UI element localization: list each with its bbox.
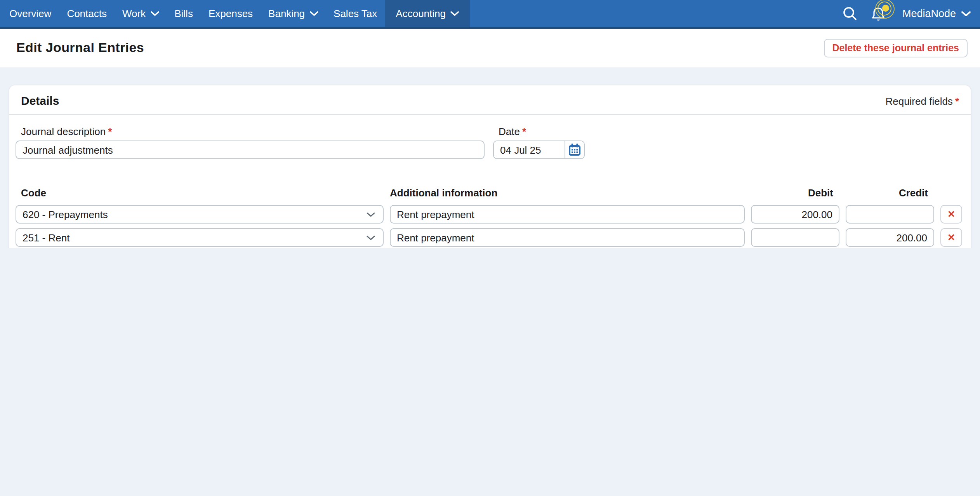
nav-label: Sales Tax (334, 8, 377, 19)
calendar-icon (568, 144, 581, 156)
nav-item-expenses[interactable]: Expenses (201, 0, 261, 27)
code-select[interactable]: 251 - Rent (16, 228, 384, 247)
required-asterisk: * (522, 126, 526, 137)
code-select-value: 251 - Rent (23, 232, 70, 243)
account-name: MediaNode (902, 8, 956, 19)
chevron-down-icon (150, 11, 159, 16)
column-header-code: Code (16, 187, 384, 199)
required-asterisk: * (108, 126, 112, 137)
additional-info-input[interactable] (390, 228, 745, 247)
column-header-credit: Credit (846, 187, 934, 199)
app-viewport: Overview Contacts Work Bills Expenses Ba… (0, 0, 980, 248)
journal-entries-table: Code Additional information Debit Credit… (16, 187, 964, 248)
required-fields-text: Required fields (885, 95, 952, 107)
nav-right: MediaNode (843, 0, 980, 27)
journal-description-field: Journal description* (16, 126, 485, 159)
journal-entry-row: 251 - Rent ✕ (16, 228, 964, 247)
nav-item-accounting[interactable]: Accounting (385, 0, 470, 27)
chevron-down-icon (367, 212, 375, 217)
date-field: Date* (493, 126, 585, 159)
code-select[interactable]: 620 - Prepayments (16, 205, 384, 224)
details-card-header: Details Required fields* (9, 85, 971, 115)
nav-label: Accounting (396, 8, 446, 19)
credit-input[interactable] (846, 228, 934, 247)
nav-label: Bills (174, 8, 193, 19)
date-picker-button[interactable] (565, 141, 584, 158)
chevron-down-icon (450, 11, 459, 16)
label-text: Journal description (21, 126, 106, 137)
journal-entry-row: 620 - Prepayments ✕ (16, 205, 964, 224)
code-select-value: 620 - Prepayments (23, 208, 108, 220)
nav-item-overview[interactable]: Overview (2, 0, 59, 27)
nav-item-bills[interactable]: Bills (167, 0, 201, 27)
nav-item-work[interactable]: Work (115, 0, 167, 27)
additional-info-input[interactable] (390, 205, 745, 224)
column-header-debit: Debit (751, 187, 839, 199)
description-date-row: Journal description* Date* (16, 115, 964, 159)
nav-label: Contacts (67, 8, 107, 19)
nav-label: Overview (9, 8, 51, 19)
date-label: Date* (499, 126, 585, 137)
nav-item-banking[interactable]: Banking (261, 0, 326, 27)
chevron-down-icon (309, 11, 318, 16)
debit-input[interactable] (751, 228, 839, 247)
details-heading: Details (21, 94, 59, 107)
label-text: Date (499, 126, 520, 137)
nav-item-contacts[interactable]: Contacts (59, 0, 115, 27)
account-menu[interactable]: MediaNode (902, 8, 971, 19)
notification-bell-icon[interactable] (871, 5, 888, 22)
page-title: Edit Journal Entries (16, 40, 144, 56)
remove-row-button[interactable]: ✕ (940, 205, 962, 224)
details-card: Details Required fields* Journal descrip… (9, 85, 971, 248)
journal-description-input[interactable] (16, 140, 485, 159)
nav-label: Work (122, 8, 146, 19)
top-nav: Overview Contacts Work Bills Expenses Ba… (0, 0, 980, 29)
nav-label: Expenses (209, 8, 253, 19)
search-icon[interactable] (843, 6, 857, 21)
notification-dot (882, 4, 889, 11)
required-asterisk: * (955, 95, 959, 107)
journal-description-label: Journal description* (21, 126, 485, 137)
details-card-body: Journal description* Date* (9, 115, 971, 248)
date-input-group (493, 140, 585, 159)
main-content: Details Required fields* Journal descrip… (0, 68, 980, 248)
remove-row-button[interactable]: ✕ (940, 228, 962, 247)
table-header-row: Code Additional information Debit Credit (16, 187, 964, 199)
credit-input[interactable] (846, 205, 934, 224)
nav-item-sales-tax[interactable]: Sales Tax (326, 0, 385, 27)
page-header: Edit Journal Entries Delete these journa… (0, 29, 980, 68)
date-input[interactable] (494, 141, 565, 158)
nav-label: Banking (268, 8, 305, 19)
column-header-additional-info: Additional information (390, 187, 745, 199)
chevron-down-icon (367, 235, 375, 240)
delete-journal-entries-button[interactable]: Delete these journal entries (824, 39, 968, 57)
debit-input[interactable] (751, 205, 839, 224)
required-fields-note: Required fields* (885, 95, 959, 107)
chevron-down-icon (961, 10, 971, 17)
nav-items: Overview Contacts Work Bills Expenses Ba… (0, 0, 470, 27)
